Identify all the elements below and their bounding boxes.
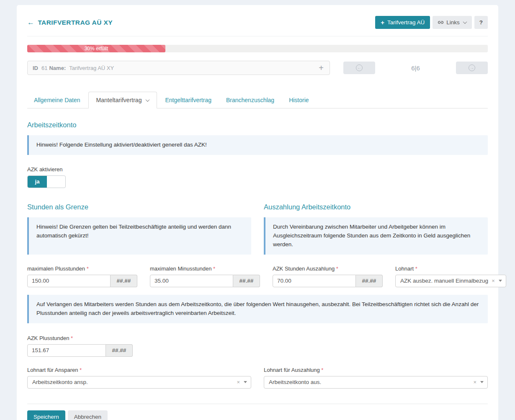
page-header: ← TARIFVERTRAG AÜ XY + Tarifvertrag AÜ L… bbox=[27, 16, 488, 29]
caret-down-icon bbox=[499, 280, 502, 282]
section-auszahlung-arbeitszeitkonto: Auszahlung Arbeitszeitkonto Durch Verein… bbox=[264, 191, 488, 255]
tab-manteltarifvertrag-label: Manteltarifvertrag bbox=[96, 97, 142, 103]
header-divider bbox=[27, 36, 488, 36]
links-label: Links bbox=[446, 19, 460, 26]
lohnart-select[interactable]: AZK ausbez. manuell Einmalbezug × bbox=[395, 275, 506, 287]
lohnart-ansparen-select[interactable]: Arbeitszeitkonto ansp. × bbox=[27, 376, 251, 389]
fields-row: maximalen Plusstunden * ##.## maximalen … bbox=[27, 265, 488, 287]
page-title[interactable]: ← TARIFVERTRAG AÜ XY bbox=[27, 19, 113, 26]
field-label-lohnart: Lohnart bbox=[395, 265, 414, 272]
form-footer: Speichern Abbrechen bbox=[27, 404, 488, 420]
format-addon: ##.## bbox=[233, 275, 260, 287]
field-lohnart-auszahlung: Lohnart für Auszahlung * Arbeitszeitkont… bbox=[264, 367, 488, 389]
progress-bar: 30% erfüllt bbox=[27, 45, 488, 52]
caret-down-icon bbox=[244, 381, 247, 383]
tab-historie[interactable]: Historie bbox=[282, 92, 315, 108]
max-plusstunden-input[interactable] bbox=[27, 275, 111, 287]
field-label-max-minusstunden: maximalen Minusstunden bbox=[150, 265, 211, 272]
next-record-button[interactable]: → bbox=[456, 62, 488, 74]
section-title-arbeitszeitkonto: Arbeitszeitkonto bbox=[27, 121, 488, 129]
links-dropdown-button[interactable]: Links bbox=[433, 16, 472, 29]
section-title-stunden-als-grenze: Stunden als Grenze bbox=[27, 203, 251, 211]
record-counter: 6|6 bbox=[375, 64, 456, 72]
field-azk-plusstunden: AZK Plusstunden * ##.## bbox=[27, 335, 133, 357]
required-marker: * bbox=[336, 265, 338, 272]
tab-entgelttarifvertrag[interactable]: Entgelttarifvertrag bbox=[158, 92, 218, 108]
add-tarifvertrag-label: Tarifvertrag AÜ bbox=[387, 19, 425, 26]
format-addon: ##.## bbox=[106, 344, 133, 357]
tab-allgemeine-daten[interactable]: Allgemeine Daten bbox=[27, 92, 87, 108]
lohnart-auszahlung-select[interactable]: Arbeitszeitkonto aus. × bbox=[264, 376, 488, 389]
progress-label: 30% erfüllt bbox=[85, 46, 108, 52]
toggle-label-azk-aktivieren: AZK aktivieren bbox=[27, 166, 488, 173]
azk-plusstunden-input[interactable] bbox=[27, 344, 106, 357]
azk-aktivieren-toggle[interactable]: ja bbox=[27, 175, 66, 188]
required-marker: * bbox=[415, 265, 417, 272]
back-arrow-icon[interactable]: ← bbox=[27, 19, 34, 26]
field-azk-stunden-auszahlung: AZK Stunden Auszahlung * ##.## bbox=[273, 265, 383, 287]
tab-manteltarifvertrag[interactable]: Manteltarifvertrag bbox=[88, 92, 157, 108]
prev-record-button[interactable]: ← bbox=[343, 62, 375, 74]
link-icon bbox=[438, 20, 443, 25]
record-pager: ← 6|6 → bbox=[343, 62, 488, 74]
record-name-value: Tarifvertrag AÜ XY bbox=[69, 65, 114, 71]
page-title-text: TARIFVERTRAG AÜ XY bbox=[38, 19, 113, 26]
progress-fill: 30% erfüllt bbox=[27, 45, 165, 52]
tab-branchenzuschlag[interactable]: Branchenzuschlag bbox=[219, 92, 281, 108]
clear-icon[interactable]: × bbox=[237, 379, 240, 385]
clear-icon[interactable]: × bbox=[473, 379, 476, 385]
record-id-value: 61 bbox=[41, 65, 47, 71]
field-lohnart: Lohnart * AZK ausbez. manuell Einmalbezu… bbox=[395, 265, 506, 287]
lohnart-ansparen-select-value: Arbeitszeitkonto ansp. bbox=[32, 379, 233, 385]
chevron-down-icon bbox=[146, 98, 150, 102]
expand-plus-icon[interactable]: + bbox=[319, 64, 324, 72]
lohnart-auszahlung-select-value: Arbeitszeitkonto aus. bbox=[269, 379, 470, 385]
section-stunden-als-grenze: Stunden als Grenze Hinweis! Die Grenzen … bbox=[27, 191, 251, 255]
caret-down-icon bbox=[480, 381, 484, 383]
hint-azk: Hinweis! Folgende Einstellung aktiviert/… bbox=[27, 135, 488, 155]
field-label-azk-plusstunden: AZK Plusstunden bbox=[27, 335, 69, 341]
record-id-box[interactable]: ID 61 Name: Tarifvertrag AÜ XY + bbox=[27, 61, 330, 75]
field-max-plusstunden: maximalen Plusstunden * ##.## bbox=[27, 265, 137, 287]
main-card: ← TARIFVERTRAG AÜ XY + Tarifvertrag AÜ L… bbox=[17, 5, 498, 420]
hint-auszahlung-vereinbarung: Durch Vereinbarung zwischen Mitarbeiter … bbox=[264, 217, 488, 255]
field-lohnart-ansparen: Lohnart für Ansparen * Arbeitszeitkonto … bbox=[27, 367, 251, 389]
field-label-max-plusstunden: maximalen Plusstunden bbox=[27, 265, 85, 272]
azk-stunden-auszahlung-input[interactable] bbox=[273, 275, 356, 287]
help-button[interactable]: ? bbox=[474, 16, 488, 29]
record-nav-row: ID 61 Name: Tarifvertrag AÜ XY + ← 6|6 → bbox=[27, 61, 488, 75]
clear-icon[interactable]: × bbox=[492, 278, 495, 284]
format-addon: ##.## bbox=[111, 275, 137, 287]
field-label-lohnart-auszahlung: Lohnart für Auszahlung bbox=[264, 367, 320, 373]
lohnart-select-value: AZK ausbez. manuell Einmalbezug bbox=[400, 278, 488, 284]
cancel-button[interactable]: Abbrechen bbox=[68, 410, 108, 420]
required-marker: * bbox=[87, 265, 89, 272]
record-id-label: ID bbox=[33, 65, 38, 71]
add-tarifvertrag-button[interactable]: + Tarifvertrag AÜ bbox=[375, 16, 430, 29]
two-column-sections: Stunden als Grenze Hinweis! Die Grenzen … bbox=[27, 191, 488, 255]
arrow-left-circle-icon: ← bbox=[356, 64, 363, 71]
chevron-down-icon bbox=[463, 20, 467, 24]
field-label-azk-stunden-auszahlung: AZK Stunden Auszahlung bbox=[273, 265, 335, 272]
required-marker: * bbox=[213, 265, 215, 272]
plus-icon: + bbox=[381, 19, 384, 26]
tab-bar: Allgemeine Daten Manteltarifvertrag Entg… bbox=[27, 92, 488, 108]
hint-grenzen: Hinweis! Die Grenzen gelten bei Teilzeit… bbox=[27, 217, 251, 255]
section-title-auszahlung: Auszahlung Arbeitszeitkonto bbox=[264, 203, 488, 211]
field-max-minusstunden: maximalen Minusstunden * ##.## bbox=[150, 265, 260, 287]
toggle-on-segment[interactable]: ja bbox=[28, 176, 47, 188]
record-name-label: Name: bbox=[49, 65, 66, 71]
lohnart-selects-row: Lohnart für Ansparen * Arbeitszeitkonto … bbox=[27, 367, 488, 389]
field-label-lohnart-ansparen: Lohnart für Ansparen bbox=[27, 367, 78, 373]
required-marker: * bbox=[321, 367, 323, 373]
format-addon: ##.## bbox=[356, 275, 383, 287]
required-marker: * bbox=[71, 335, 73, 341]
max-minusstunden-input[interactable] bbox=[150, 275, 233, 287]
arrow-right-circle-icon: → bbox=[469, 64, 475, 71]
save-button[interactable]: Speichern bbox=[27, 410, 65, 420]
hint-auszahlung-verlangen: Auf Verlangen des Mitarbeiters werden St… bbox=[27, 295, 488, 323]
required-marker: * bbox=[80, 367, 82, 373]
header-actions: + Tarifvertrag AÜ Links ? bbox=[375, 16, 488, 29]
